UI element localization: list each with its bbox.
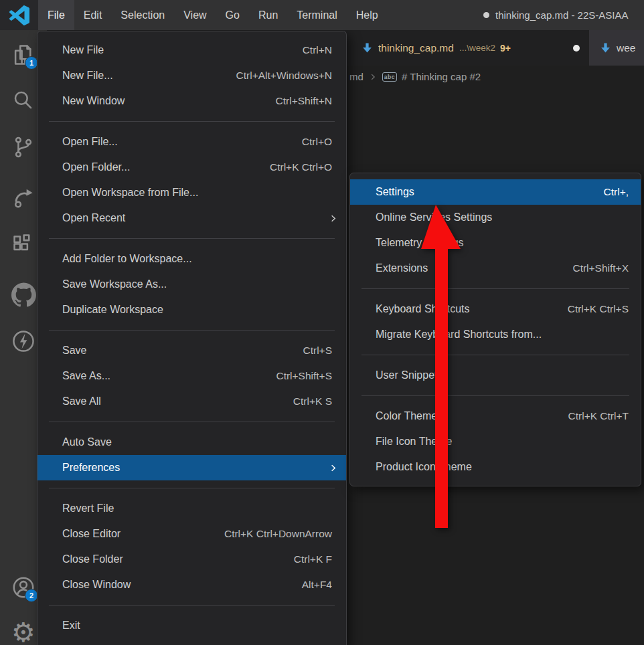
menu-item-exit[interactable]: Exit: [37, 613, 346, 638]
menu-item-label: Close Folder: [62, 553, 294, 565]
menubar-item-file[interactable]: File: [38, 0, 74, 30]
menu-item-save[interactable]: SaveCtrl+S: [37, 338, 346, 363]
menu-item-open-file[interactable]: Open File...Ctrl+O: [37, 129, 346, 155]
breadcrumb-symbol[interactable]: # Thinking cap #2: [402, 71, 481, 82]
menubar-item-go[interactable]: Go: [216, 0, 249, 30]
submenu-item-extensions[interactable]: ExtensionsCtrl+Shift+X: [350, 256, 641, 281]
submenu-item-file-icon-theme[interactable]: File Icon Theme: [350, 429, 641, 454]
menu-item-shortcut: Ctrl+S: [303, 345, 333, 357]
menu-item-shortcut: Ctrl+,: [604, 186, 629, 198]
menu-item-label: Save As...: [62, 370, 276, 382]
menu-item-preferences[interactable]: Preferences: [37, 455, 346, 480]
breadcrumb-file[interactable]: md: [349, 71, 364, 82]
menu-item-label: New File...: [62, 70, 236, 82]
menu-item-label: Close Editor: [62, 528, 224, 540]
menu-item-shortcut: Ctrl+Shift+X: [572, 262, 629, 274]
menu-item-label: Open Folder...: [62, 161, 270, 173]
menubar-item-selection[interactable]: Selection: [111, 0, 174, 30]
extensions-icon: [11, 234, 36, 259]
menu-item-revert-file[interactable]: Revert File: [37, 496, 346, 521]
github-icon: [11, 282, 36, 307]
menu-item-label: Save: [62, 345, 303, 357]
submenu-item-online-services-settings[interactable]: Online Services Settings: [350, 205, 641, 230]
live-share-icon: [11, 185, 36, 210]
window-title-dirty-dot: [483, 12, 489, 18]
submenu-item-migrate-keyboard-shortcuts-from[interactable]: Migrate Keyboard Shortcuts from...: [350, 322, 641, 347]
tab-week[interactable]: wee: [589, 30, 644, 66]
menu-item-auto-save[interactable]: Auto Save: [37, 430, 346, 455]
menu-item-label: Exit: [62, 620, 332, 632]
tab-label: wee: [617, 42, 635, 54]
markdown-icon: [361, 42, 373, 54]
menu-item-label: Extensions: [376, 262, 572, 274]
menu-item-label: Online Services Settings: [376, 211, 629, 223]
menubar-item-help[interactable]: Help: [347, 0, 388, 30]
menu-item-open-folder[interactable]: Open Folder...Ctrl+K Ctrl+O: [37, 155, 346, 180]
chevron-right-icon: [368, 72, 378, 82]
menu-item-shortcut: Ctrl+K Ctrl+DownArrow: [224, 528, 332, 540]
menu-item-shortcut: Ctrl+O: [302, 136, 332, 148]
submenu-item-settings[interactable]: SettingsCtrl+,: [350, 179, 641, 205]
markdown-icon: [600, 42, 611, 54]
menu-item-shortcut: Ctrl+Alt+Windows+N: [236, 70, 332, 82]
vscode-window: FileEditSelectionViewGoRunTerminalHelp t…: [0, 0, 644, 645]
modified-indicator[interactable]: [573, 45, 580, 52]
menu-item-label: Save All: [62, 395, 293, 407]
menu-item-shortcut: Ctrl+K S: [293, 395, 332, 407]
menu-item-label: File Icon Theme: [376, 436, 629, 448]
tab-problems-badge: 9+: [500, 43, 511, 54]
menu-item-label: Preferences: [62, 462, 332, 474]
menu-item-shortcut: Ctrl+K Ctrl+O: [270, 161, 332, 173]
menubar-item-edit[interactable]: Edit: [74, 0, 112, 30]
menu-item-shortcut: Ctrl+N: [303, 44, 332, 56]
menu-item-save-all[interactable]: Save AllCtrl+K S: [37, 389, 346, 414]
menu-separator: [49, 422, 335, 422]
menu-item-label: Duplicate Workspace: [62, 304, 332, 316]
preferences-submenu: SettingsCtrl+,Online Services SettingsTe…: [349, 173, 641, 486]
menu-item-label: Telemetry Settings: [376, 237, 629, 249]
menubar-item-view[interactable]: View: [174, 0, 216, 30]
menu-item-new-window[interactable]: New WindowCtrl+Shift+N: [37, 88, 346, 114]
menu-item-label: Open File...: [62, 136, 302, 148]
settings-gear-icon: ⚙: [11, 619, 35, 645]
vscode-logo-icon: [9, 5, 29, 25]
vscode-logo: [0, 0, 38, 30]
menu-item-close-window[interactable]: Close WindowAlt+F4: [37, 572, 346, 597]
submenu-item-color-theme[interactable]: Color ThemeCtrl+K Ctrl+T: [350, 403, 641, 429]
menu-item-label: Save Workspace As...: [62, 278, 332, 290]
submenu-item-telemetry-settings[interactable]: Telemetry Settings: [350, 230, 641, 256]
menu-separator: [361, 395, 629, 396]
file-menu: New FileCtrl+NNew File...Ctrl+Alt+Window…: [37, 31, 347, 645]
menu-item-add-folder-to-workspace[interactable]: Add Folder to Workspace...: [37, 246, 346, 272]
tab-thinking-cap[interactable]: thinking_cap.md ...\week2 9+: [355, 30, 588, 66]
activity-badge: 1: [25, 56, 38, 70]
menu-item-label: Close Window: [62, 579, 302, 591]
menu-item-close-editor[interactable]: Close EditorCtrl+K Ctrl+DownArrow: [37, 521, 346, 547]
menu-item-open-workspace-from-file[interactable]: Open Workspace from File...: [37, 180, 346, 205]
lightning-icon: [11, 329, 36, 354]
menubar: FileEditSelectionViewGoRunTerminalHelp: [38, 0, 388, 30]
menu-item-label: Open Workspace from File...: [62, 187, 332, 199]
menu-item-shortcut: Ctrl+Shift+N: [276, 95, 332, 107]
menu-item-shortcut: Ctrl+Shift+S: [276, 370, 332, 382]
menubar-item-terminal[interactable]: Terminal: [287, 0, 346, 30]
submenu-item-keyboard-shortcuts[interactable]: Keyboard ShortcutsCtrl+K Ctrl+S: [350, 296, 641, 322]
window-title: thinking_cap.md - 22S-ASIAA: [483, 0, 628, 30]
search-icon: [11, 88, 36, 113]
menu-item-new-file[interactable]: New File...Ctrl+Alt+Windows+N: [37, 63, 346, 88]
menu-item-label: Keyboard Shortcuts: [376, 303, 568, 315]
menu-item-duplicate-workspace[interactable]: Duplicate Workspace: [37, 297, 346, 322]
menu-item-label: New File: [62, 44, 303, 56]
submenu-item-user-snippets[interactable]: User Snippets: [350, 363, 641, 388]
menubar-item-run[interactable]: Run: [249, 0, 287, 30]
tab-label: thinking_cap.md: [378, 42, 454, 54]
chevron-right-icon: [328, 205, 338, 231]
menu-item-close-folder[interactable]: Close FolderCtrl+K F: [37, 547, 346, 572]
menu-separator: [49, 605, 335, 606]
menu-item-open-recent[interactable]: Open Recent: [37, 205, 346, 231]
menu-item-save-as[interactable]: Save As...Ctrl+Shift+S: [37, 363, 346, 389]
menu-item-shortcut: Ctrl+K Ctrl+S: [568, 303, 629, 315]
menu-item-save-workspace-as[interactable]: Save Workspace As...: [37, 272, 346, 297]
menu-item-new-file[interactable]: New FileCtrl+N: [37, 37, 346, 63]
submenu-item-product-icon-theme[interactable]: Product Icon Theme: [350, 454, 641, 480]
